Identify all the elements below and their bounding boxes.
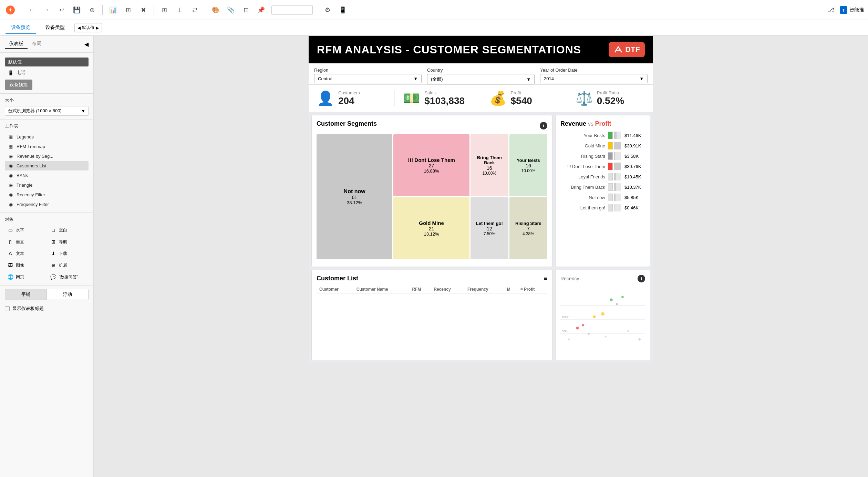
customer-list-filter-icon[interactable]: ≡	[544, 275, 547, 282]
bar-track-0: $11.46K	[608, 132, 645, 139]
device-preview-tab[interactable]: 设备预览	[6, 22, 36, 34]
sidebar: 仪表板 布局 ◀ 默认值 📱 电话 设备预览 大小 台式机浏览器 (1000 ×…	[0, 36, 94, 477]
treemap-cell-let-go[interactable]: Let them go! 12 7.50%	[471, 197, 508, 259]
treemap-info-icon[interactable]: i	[540, 122, 547, 129]
sidebar-item-recency-filter[interactable]: ◉ Recency Filter	[5, 190, 89, 199]
bar-value-0: $11.46K	[624, 133, 645, 138]
sidebar-item-frequency-filter[interactable]: ◉ Frequency Filter	[5, 199, 89, 209]
kpi-row: 👤 Customers 204 💵 Sales $103,838 💰	[309, 85, 653, 112]
sidebar-item-customers-list[interactable]: ◉ Customers List	[5, 161, 89, 170]
size-select[interactable]: 台式机浏览器 (1000 × 800) ▼	[5, 106, 89, 116]
color-icon[interactable]: 🎨	[209, 4, 222, 16]
profit-ratio-value: 0.52%	[597, 95, 624, 106]
objects-grid: ▭ 水平 □ 空白 ▯ 垂直 ⊞ 导航 A 文本	[5, 225, 89, 282]
worktable-label: 工作表	[5, 123, 89, 129]
col-customer-name: Customer Name	[354, 286, 410, 293]
dashboard-header: RFM ANALYSIS - CUSTOMER SEGMENTATIONS DT…	[309, 36, 653, 63]
device-selector[interactable]: ◀ 默认值 ▶	[74, 23, 102, 32]
bar-bg-6	[614, 194, 621, 201]
scatter-info-icon[interactable]: i	[638, 275, 645, 282]
bottom-row: Customer List ≡ Customer Customer Name R…	[309, 270, 653, 363]
sidebar-tab-layout[interactable]: 布局	[28, 39, 45, 49]
sidebar-item-legends[interactable]: ▦ Legends	[5, 132, 89, 142]
download-icon: ⬇	[50, 250, 57, 257]
obj-vertical[interactable]: ▯ 垂直	[5, 237, 46, 247]
bar-value-1: $30.91K	[624, 143, 645, 148]
share-icon[interactable]: ⎇	[825, 4, 837, 16]
obj-download[interactable]: ⬇ 下载	[48, 249, 89, 258]
bar-label-5: Bring Them Back	[560, 185, 605, 190]
show-title-checkbox[interactable]	[5, 306, 10, 311]
vertical-icon: ▯	[7, 238, 14, 245]
obj-blank[interactable]: □ 空白	[48, 225, 89, 235]
sort-icon[interactable]: ⇄	[188, 4, 201, 16]
obj-web[interactable]: 🌐 网页	[5, 272, 46, 282]
annotation-icon[interactable]: 📎	[225, 4, 237, 16]
bar-color-box-3	[608, 163, 613, 170]
sidebar-item-bans[interactable]: ◉ BANs	[5, 170, 89, 180]
obj-ask-data[interactable]: 💬 "数据问答"...	[48, 272, 89, 282]
rfm-treemap-icon: ▦	[8, 143, 14, 149]
sidebar-item-triangle[interactable]: ◉ Triangle	[5, 180, 89, 190]
save-icon[interactable]: 💾	[71, 4, 83, 16]
treemap-cell-bring-back[interactable]: Bring Them Back 16 10.00%	[471, 134, 508, 196]
forward-button[interactable]: →	[40, 4, 53, 16]
size-dropdown-icon: ▼	[81, 108, 85, 114]
selected-view-label[interactable]: 默认值	[5, 58, 89, 66]
sidebar-tab-dashboard[interactable]: 仪表板	[5, 39, 28, 49]
sidebar-item-phone[interactable]: 📱 电话	[5, 68, 89, 77]
table-icon[interactable]: ⊞	[122, 4, 134, 16]
sidebar-collapse-icon[interactable]: ◀	[84, 41, 89, 48]
kpi-profit: 💰 Profit $540	[481, 90, 567, 106]
bar-fill-0	[614, 132, 617, 139]
objects-label: 对象	[5, 216, 89, 222]
customers-value: 204	[338, 95, 360, 106]
treemap-cell-not-now[interactable]: Not now 61 38.12%	[317, 134, 392, 259]
pin-icon[interactable]: 📌	[255, 4, 267, 16]
float-button[interactable]: 浮动	[47, 289, 89, 300]
svg-point-10	[610, 299, 613, 301]
obj-expand[interactable]: ⊕ 扩展	[48, 260, 89, 270]
undo-button[interactable]: ↩	[55, 4, 68, 16]
adjust-icon[interactable]: ⚙	[321, 4, 334, 16]
obj-horizontal[interactable]: ▭ 水平	[5, 225, 46, 235]
device-type-tab[interactable]: 设备类型	[40, 22, 70, 34]
filter-country: Country (全部) ▼	[427, 68, 535, 84]
chart-icon[interactable]: 📊	[107, 4, 119, 16]
bar-row-not-now: Not now $5.85K	[560, 194, 645, 201]
bar-fill-5	[614, 183, 616, 191]
treemap-cell-rising-stars[interactable]: Rising Stars 7 4.38%	[509, 197, 547, 259]
search-box[interactable]	[271, 5, 313, 15]
web-icon: 🌐	[7, 273, 14, 280]
tablet-icon[interactable]: 📱	[337, 4, 349, 16]
svg-point-14	[593, 315, 596, 318]
bar-label-1: Gold Mine	[560, 143, 605, 148]
cross-icon[interactable]: ✖	[137, 4, 149, 16]
add-icon[interactable]: ⊕	[86, 4, 98, 16]
obj-text[interactable]: A 文本	[5, 249, 46, 258]
tm-rising-stars-pct: 4.38%	[523, 231, 534, 236]
obj-navigation[interactable]: ⊞ 导航	[48, 237, 89, 247]
back-button[interactable]: ←	[25, 4, 38, 16]
region-select[interactable]: Central ▼	[314, 74, 422, 83]
group-icon[interactable]: ⊞	[158, 4, 170, 16]
resize-icon[interactable]: ⊡	[240, 4, 252, 16]
toolbar-right: ⎇ T 智能推	[825, 4, 864, 16]
flat-button[interactable]: 平铺	[5, 289, 47, 300]
treemap-cell-dont-lose[interactable]: !!! Dont Lose Them 27 16.88%	[393, 134, 469, 196]
country-select[interactable]: (全部) ▼	[427, 74, 535, 84]
sidebar-item-rfm-treemap[interactable]: ▦ RFM Treemap	[5, 142, 89, 151]
year-select[interactable]: 2014 ▼	[540, 74, 648, 83]
logo-icon[interactable]: ✦	[4, 4, 17, 16]
sidebar-item-revenue-by-seg[interactable]: ◉ Revenue by Seg...	[5, 151, 89, 161]
bar-color-box-7	[608, 204, 613, 211]
obj-image[interactable]: 🖼 图像	[5, 260, 46, 270]
bar-row-bring-back: Bring Them Back $10.37K	[560, 183, 645, 191]
country-label: Country	[427, 68, 535, 73]
device-preview-button[interactable]: 设备预览	[5, 80, 32, 90]
hierarchy-icon[interactable]: ⊥	[173, 4, 186, 16]
treemap-cell-your-bests[interactable]: Your Bests 16 10.00%	[509, 134, 547, 196]
treemap-cell-gold-mine[interactable]: Gold Mine 21 13.12%	[393, 197, 469, 259]
treemap-header: Customer Segments i	[317, 120, 547, 131]
region-dropdown-icon: ▼	[413, 76, 418, 81]
